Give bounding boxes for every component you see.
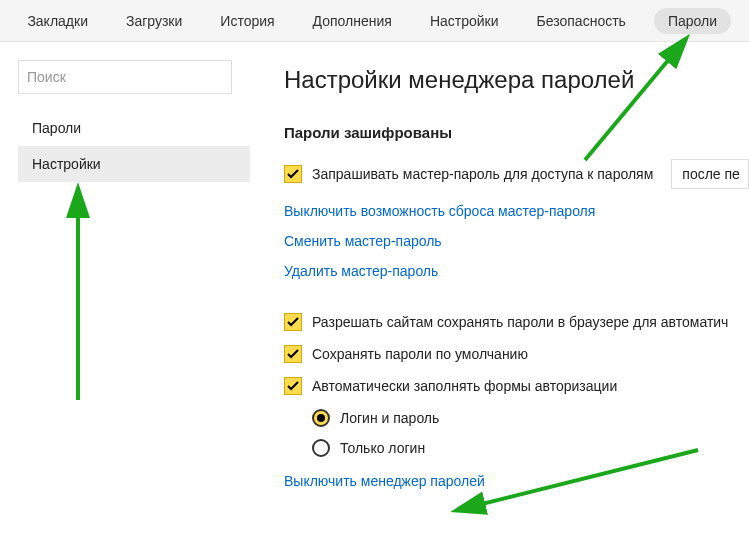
sidebar-item-settings[interactable]: Настройки bbox=[18, 146, 250, 182]
section-heading-encrypted: Пароли зашифрованы bbox=[284, 124, 749, 141]
link-disable-manager[interactable]: Выключить менеджер паролей bbox=[284, 473, 749, 489]
sidebar-item-passwords[interactable]: Пароли bbox=[18, 110, 250, 146]
radio-login-password[interactable] bbox=[312, 409, 330, 427]
label-request-master: Запрашивать мастер-пароль для доступа к … bbox=[312, 166, 653, 182]
label-login-password: Логин и пароль bbox=[340, 410, 439, 426]
page-title: Настройки менеджера паролей bbox=[284, 66, 749, 94]
link-delete-master[interactable]: Удалить мастер-пароль bbox=[284, 263, 749, 279]
link-disable-reset[interactable]: Выключить возможность сброса мастер-паро… bbox=[284, 203, 749, 219]
search-input[interactable] bbox=[27, 69, 223, 85]
label-allow-save: Разрешать сайтам сохранять пароли в брау… bbox=[312, 314, 728, 330]
checkbox-allow-save[interactable] bbox=[284, 313, 302, 331]
tab-settings[interactable]: Настройки bbox=[420, 8, 509, 34]
checkbox-request-master[interactable] bbox=[284, 165, 302, 183]
tab-downloads[interactable]: Загрузки bbox=[116, 8, 192, 34]
label-login-only: Только логин bbox=[340, 440, 425, 456]
tab-addons[interactable]: Дополнения bbox=[303, 8, 402, 34]
content-area: Настройки менеджера паролей Пароли зашиф… bbox=[250, 42, 749, 537]
search-wrap bbox=[18, 60, 232, 94]
sidebar: Пароли Настройки bbox=[0, 42, 250, 537]
tab-bookmarks[interactable]: Закладки bbox=[17, 8, 98, 34]
label-save-default: Сохранять пароли по умолчанию bbox=[312, 346, 528, 362]
link-change-master[interactable]: Сменить мастер-пароль bbox=[284, 233, 749, 249]
label-autofill: Автоматически заполнять формы авторизаци… bbox=[312, 378, 617, 394]
radio-login-only[interactable] bbox=[312, 439, 330, 457]
tab-passwords[interactable]: Пароли bbox=[654, 8, 731, 34]
select-master-timeout[interactable]: после пе bbox=[671, 159, 749, 189]
checkbox-save-default[interactable] bbox=[284, 345, 302, 363]
checkbox-autofill[interactable] bbox=[284, 377, 302, 395]
tab-security[interactable]: Безопасность bbox=[527, 8, 636, 34]
top-tabs: Закладки Загрузки История Дополнения Нас… bbox=[0, 0, 749, 42]
tab-history[interactable]: История bbox=[210, 8, 284, 34]
